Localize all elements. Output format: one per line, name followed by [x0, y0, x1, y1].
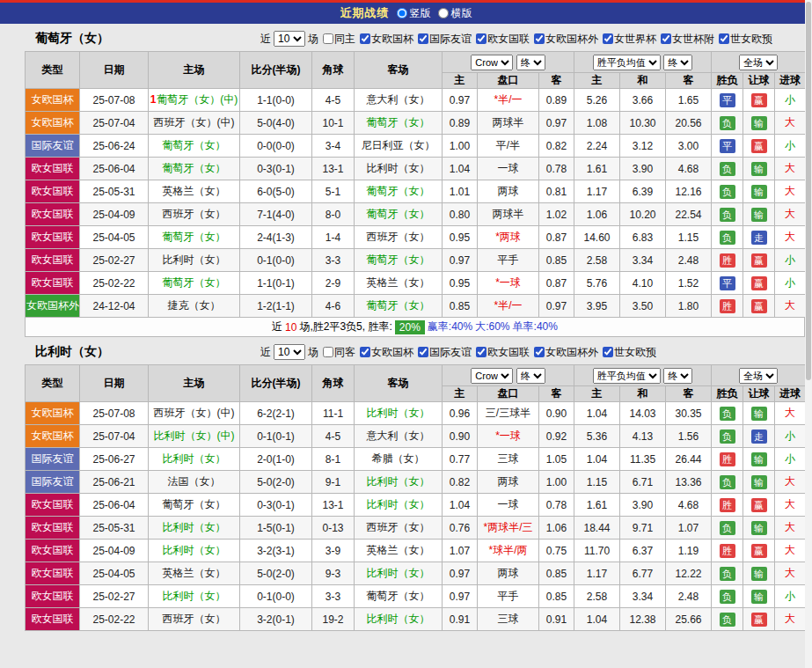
- avg-draw-cell: 3.90: [620, 494, 666, 517]
- league-checkbox[interactable]: [603, 347, 613, 357]
- away-team-name: 英格兰（女）: [367, 276, 430, 289]
- result-cell: 胜: [712, 249, 743, 272]
- match-row: 欧女国联25-02-22葡萄牙（女）1-1(0-1)2-9英格兰（女）0.95*…: [26, 272, 806, 295]
- away-team-cell: 尼日利亚（女）: [355, 135, 443, 158]
- scrollbar-track[interactable]: [805, 0, 812, 668]
- league-filter-option[interactable]: 女欧国杯外: [534, 345, 598, 360]
- away-team-name: 比利时（女）: [367, 407, 430, 419]
- league-checkbox[interactable]: [476, 33, 486, 44]
- league-checkbox[interactable]: [534, 33, 545, 44]
- match-type-cell: 欧女国联: [26, 249, 80, 272]
- avg-final-select[interactable]: 终: [663, 368, 692, 384]
- match-date: 25-06-21: [80, 471, 149, 494]
- same-venue-option[interactable]: 同主: [323, 32, 355, 47]
- avg-away-cell: 2.48: [666, 585, 712, 608]
- league-checkbox[interactable]: [476, 347, 486, 357]
- odds-final-select[interactable]: 终: [516, 55, 545, 70]
- vertical-radio[interactable]: [397, 8, 407, 18]
- odds-away-cell: 0.87: [539, 226, 574, 249]
- odds-away-cell: 0.97: [539, 112, 574, 135]
- league-filter-option[interactable]: 欧女国联: [476, 345, 530, 360]
- result-badge: 负: [720, 116, 735, 130]
- odds-group-header: Crow 终: [443, 52, 574, 73]
- section-head: 葡萄牙（女） 近10场同主女欧国杯国际友谊欧女国联女欧国杯外女世界杯女世杯附世女…: [25, 29, 805, 48]
- result-cell: 胜: [712, 295, 743, 318]
- league-checkbox[interactable]: [719, 33, 729, 44]
- avg-draw-cell: 6.39: [620, 180, 666, 203]
- result-cell: 负: [712, 203, 743, 226]
- home-team-cell: 西班牙（女）: [149, 608, 240, 631]
- col-header-type: 类型: [26, 365, 80, 402]
- result-badge: 平: [720, 93, 735, 107]
- match-row: 女欧国杯25-07-081葡萄牙（女）(中)1-1(0-0)4-5意大利（女）0…: [26, 89, 806, 112]
- match-row: 欧女国联25-02-22西班牙（女）3-2(0-1)19-2比利时（女）0.91…: [26, 608, 806, 631]
- odds-home-cell: 0.97: [443, 249, 478, 272]
- away-team-name: 希腊（女）: [372, 452, 425, 465]
- odds-away-cell: 0.82: [539, 135, 574, 158]
- away-team-name: 英格兰（女）: [367, 544, 430, 556]
- fulltime-select[interactable]: 全场: [739, 368, 778, 384]
- league-filter-option[interactable]: 女欧国杯外: [534, 32, 598, 47]
- odd-rate: 单率:40%: [513, 319, 558, 334]
- same-venue-checkbox[interactable]: [323, 33, 333, 44]
- fulltime-group-header: 全场: [712, 365, 806, 386]
- league-checkbox[interactable]: [418, 347, 428, 357]
- handicap-cell: 两球半: [478, 203, 539, 226]
- scrollbar-thumb[interactable]: [806, 2, 811, 380]
- league-checkbox[interactable]: [534, 347, 545, 357]
- league-filter-option[interactable]: 女世界杯: [603, 32, 656, 47]
- league-filter-option[interactable]: 女欧国杯: [360, 345, 413, 360]
- layout-horizontal-option[interactable]: 横版: [438, 6, 472, 21]
- league-checkbox[interactable]: [418, 33, 428, 44]
- score-cell: 0-0(0-0): [240, 135, 312, 158]
- page-content: 葡萄牙（女） 近10场同主女欧国杯国际友谊欧女国联女欧国杯外女世界杯女世杯附世女…: [25, 29, 805, 631]
- result-cell: 负: [712, 425, 743, 448]
- league-checkbox[interactable]: [360, 347, 370, 357]
- goals-result-cell: 大: [775, 562, 806, 585]
- home-team-name: 比利时（女）: [163, 452, 226, 465]
- league-checkbox[interactable]: [661, 33, 671, 44]
- result-cell: 负: [712, 517, 743, 540]
- avg-draw-cell: 4.13: [620, 425, 666, 448]
- odds-final-select[interactable]: 终: [516, 368, 545, 384]
- home-team-cell: 法国（女）: [149, 471, 240, 494]
- fulltime-select[interactable]: 全场: [739, 55, 778, 70]
- league-filter-option[interactable]: 欧女国联: [476, 32, 530, 47]
- league-checkbox[interactable]: [360, 33, 370, 44]
- col-header-date: 日期: [80, 52, 149, 89]
- handicap-cell: 三球: [478, 608, 539, 631]
- result-cell: 胜: [712, 540, 743, 562]
- same-venue-checkbox[interactable]: [323, 347, 333, 357]
- horizontal-radio[interactable]: [438, 8, 449, 18]
- match-date: 25-06-27: [80, 448, 149, 471]
- league-checkbox[interactable]: [603, 33, 613, 44]
- league-filter-option[interactable]: 女世杯附: [661, 32, 714, 47]
- league-filter-option[interactable]: 国际友谊: [418, 32, 472, 47]
- league-filter-option[interactable]: 世女欧预: [603, 345, 656, 360]
- odds-company-select[interactable]: Crow: [471, 55, 513, 70]
- league-filter-option[interactable]: 世女欧预: [719, 32, 772, 47]
- handicap-cell: *两球: [478, 226, 539, 249]
- handicap-result-cell: 走: [743, 425, 775, 448]
- odds-company-select[interactable]: Crow: [471, 368, 513, 384]
- subcol-handicap-result: 让球: [743, 386, 775, 402]
- odds-away-cell: 0.92: [539, 425, 574, 448]
- league-filter-option[interactable]: 女欧国杯: [360, 32, 413, 47]
- handicap-result-badge: 输: [751, 208, 767, 222]
- same-venue-option[interactable]: 同客: [323, 345, 355, 360]
- recent-count-select[interactable]: 10: [274, 344, 305, 360]
- avg-final-select[interactable]: 终: [663, 55, 692, 70]
- avg-type-select[interactable]: 胜平负均值: [593, 368, 661, 384]
- avg-type-select[interactable]: 胜平负均值: [593, 55, 661, 70]
- goals-result-cell: 大: [775, 517, 806, 540]
- layout-vertical-option[interactable]: 竖版: [397, 6, 431, 21]
- odds-away-cell: 0.89: [539, 89, 574, 112]
- league-filter-option[interactable]: 国际友谊: [418, 345, 472, 360]
- away-team-name: 意大利（女）: [367, 93, 430, 106]
- summary-count: 10: [285, 321, 296, 334]
- avg-home-cell: 5.36: [574, 425, 620, 448]
- recent-count-select[interactable]: 10: [274, 31, 305, 47]
- avg-home-cell: 2.58: [574, 249, 620, 272]
- match-row: 欧女国联25-06-04葡萄牙（女）0-3(0-1)13-1比利时（女）1.04…: [26, 158, 806, 180]
- odds-home-cell: 1.00: [443, 135, 478, 158]
